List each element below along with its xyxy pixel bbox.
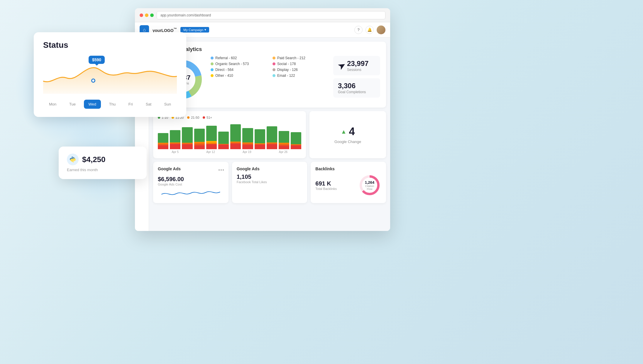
header-icons: ? 🔔 <box>354 25 385 34</box>
browser-dots <box>140 13 154 17</box>
bar-group-11 <box>279 131 289 149</box>
help-button[interactable]: ? <box>354 26 363 34</box>
display-label: Display - 126 <box>277 68 298 72</box>
fb-title: Google Ads <box>237 166 303 171</box>
citation-value: 1,264 <box>364 180 375 185</box>
day-sun[interactable]: Sun <box>160 100 176 109</box>
paid-search-label: Paid Search - 212 <box>277 56 305 60</box>
day-fri[interactable]: Fri <box>124 100 138 109</box>
maximize-dot[interactable] <box>150 13 154 17</box>
sessions-label: Sessions <box>347 68 368 72</box>
svg-point-12 <box>73 161 74 162</box>
bar-group-12 <box>291 132 301 149</box>
email-dot <box>273 74 275 77</box>
bar-group-4 <box>194 129 205 149</box>
day-labels: Mon Tue Wed Thu Fri Sat Sun <box>43 100 177 109</box>
bar-11 <box>279 131 289 149</box>
logo-your: your <box>153 28 161 33</box>
price-tooltip: $590 <box>89 56 105 64</box>
python-svg <box>69 156 76 163</box>
notifications-button[interactable]: 🔔 <box>366 26 374 34</box>
goal-completions-value: 3,306 <box>338 82 375 90</box>
help-icon: ? <box>357 28 359 32</box>
legend-organic: Organic Search - 573 <box>211 62 267 66</box>
avatar[interactable] <box>377 25 385 34</box>
earnings-header: $4,250 <box>67 154 138 165</box>
trend-up-icon: ▲ <box>341 128 347 135</box>
earnings-text: $4,250 <box>82 155 106 164</box>
x-label-2: Apr 12 <box>206 150 215 154</box>
bar-3 <box>182 127 192 149</box>
logo-tm: ™ <box>174 27 177 31</box>
campaign-badge[interactable]: My Campaign ▾ <box>180 27 209 33</box>
fb-value: 1,105 <box>237 174 303 180</box>
backlinks-card: Backlinks 691 K Total Backlinks <box>311 162 386 203</box>
citation-flow-donut: 1,264 Citation Flow <box>358 174 381 197</box>
svg-point-11 <box>72 157 72 158</box>
logo: yourLOGO™ <box>153 27 177 33</box>
bar-9 <box>255 129 265 149</box>
backlinks-title: Backlinks <box>315 166 381 171</box>
dot1 <box>219 169 220 171</box>
campaign-label: My Campaign <box>183 28 203 32</box>
arrow-icon: ➤ <box>336 59 348 72</box>
other-dot <box>211 74 214 77</box>
bar-group-7 <box>230 124 241 149</box>
citation-label: Citation Flow <box>364 185 375 190</box>
bar-group-1 <box>158 133 168 149</box>
google-change-value: ▲ 4 <box>341 125 355 138</box>
day-thu[interactable]: Thu <box>104 100 120 109</box>
ads-cost-title: Google Ads <box>158 166 181 171</box>
bar-group-8 <box>242 128 253 149</box>
bar-6 <box>218 132 229 149</box>
dot2 <box>221 169 222 171</box>
bar-group-5 <box>206 126 217 149</box>
legend-referral: Referral - 602 <box>211 56 267 60</box>
logo-bold: LOGO <box>161 28 173 33</box>
legend-display: Display - 126 <box>273 68 329 72</box>
dot-21-50 <box>187 116 189 119</box>
day-wed[interactable]: Wed <box>84 100 101 109</box>
google-analytics-card: Google Analytics <box>153 42 386 108</box>
campaign-arrow: ▾ <box>204 28 206 32</box>
dot-51plus <box>203 116 205 119</box>
status-title: Status <box>43 40 177 50</box>
day-mon[interactable]: Mon <box>44 100 61 109</box>
legend-social: Social - 178 <box>273 62 329 66</box>
bar-5 <box>206 126 217 149</box>
legend-other: Other - 410 <box>211 74 267 78</box>
close-dot[interactable] <box>140 13 143 17</box>
python-icon <box>67 154 79 165</box>
goal-completions-stat: 3,306 Goal Completions <box>333 78 380 98</box>
legend-email: Email - 122 <box>273 74 329 78</box>
bar-2 <box>170 130 180 149</box>
google-change-number: 4 <box>349 125 355 138</box>
address-bar[interactable]: app.yourdomain.com/dashboard <box>157 11 385 19</box>
day-sat[interactable]: Sat <box>141 100 156 109</box>
bar-12 <box>291 132 301 149</box>
three-dots-ads-cost[interactable] <box>219 169 224 171</box>
wave-chart-svg <box>43 56 177 94</box>
stats-column: ➤ 23,997 Sessions 3,306 Goal Completions <box>333 56 380 98</box>
bell-icon: 🔔 <box>367 28 372 32</box>
earnings-label: Earned this month <box>67 168 138 172</box>
minimize-dot[interactable] <box>145 13 148 17</box>
earnings-card: $4,250 Earned this month <box>59 147 147 179</box>
bar-group-6 <box>218 132 229 149</box>
google-change-card: ▲ 4 Google Change <box>309 111 386 158</box>
goal-completions-label: Goal Completions <box>338 90 375 94</box>
fb-label: Facebook Total Likes <box>237 180 303 184</box>
legend-paid-search: Paid Search - 212 <box>273 56 329 60</box>
day-tue[interactable]: Tue <box>65 100 80 109</box>
bar-group-10 <box>267 126 277 149</box>
backlinks-label: Total Backlinks <box>315 187 337 190</box>
direct-dot <box>211 68 214 71</box>
bar-8 <box>242 128 253 149</box>
bar-group-2 <box>170 130 180 149</box>
bar-7 <box>230 124 241 149</box>
referral-dot <box>211 57 214 59</box>
x-label-4: Apr 26 <box>279 150 287 154</box>
legend-51plus: 51+ <box>203 116 212 119</box>
x-label-3: Apr 19 <box>243 150 251 154</box>
label-21-50: 21-50 <box>191 116 199 119</box>
